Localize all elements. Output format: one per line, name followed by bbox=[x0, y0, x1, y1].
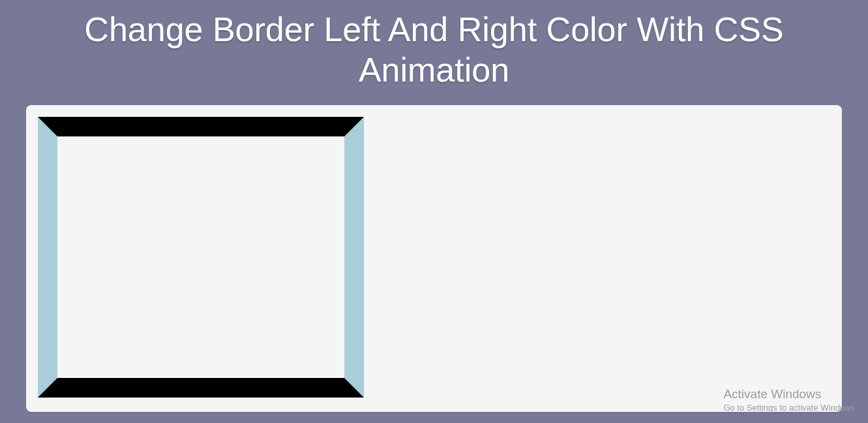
page-title: Change Border Left And Right Color With … bbox=[0, 0, 868, 97]
content-panel bbox=[26, 105, 842, 412]
border-demo-box bbox=[38, 117, 364, 398]
